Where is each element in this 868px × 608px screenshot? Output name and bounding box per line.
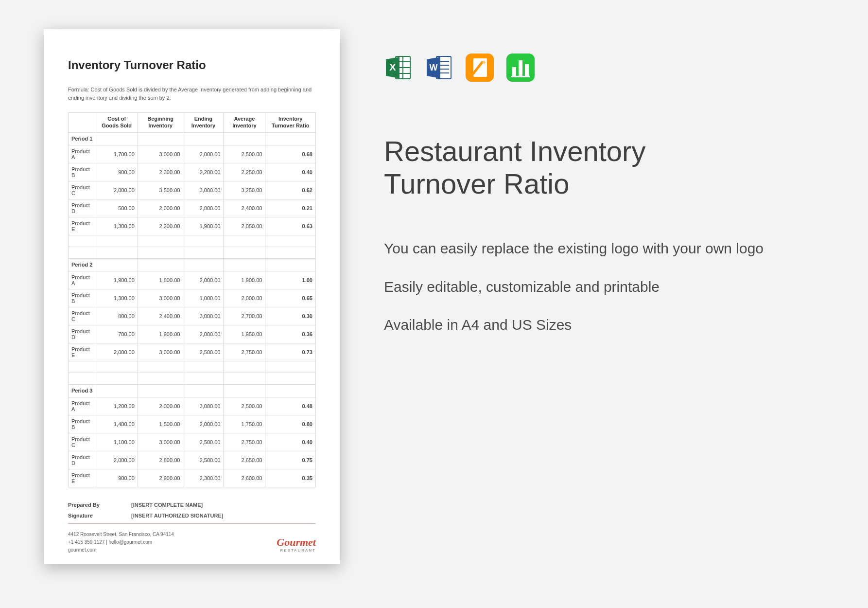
svg-rect-13 xyxy=(473,58,487,77)
period-row: Period 3 xyxy=(69,384,316,397)
cell-ratio: 0.40 xyxy=(265,433,316,451)
word-icon[interactable]: W xyxy=(425,54,453,82)
feature-item: Easily editable, customizable and printa… xyxy=(384,277,815,297)
cell-cogs: 700.00 xyxy=(96,325,138,343)
cell-ratio: 0.21 xyxy=(265,199,316,217)
cell-product: Product E xyxy=(69,343,96,361)
cell-average: 2,050.00 xyxy=(224,217,265,235)
prepared-by-label: Prepared By xyxy=(68,502,131,508)
col-cogs: Cost of Goods Sold xyxy=(96,113,138,133)
footer-contact-line: +1 415 359 1127 | hello@gourmet.com xyxy=(68,538,174,546)
table-row: Product B1,400.001,500.002,000.001,750.0… xyxy=(69,415,316,433)
cell-product: Product C xyxy=(69,433,96,451)
cell-ratio: 0.63 xyxy=(265,217,316,235)
table-row: Product A1,200.002,000.003,000.002,500.0… xyxy=(69,397,316,415)
cell-ending: 1,900.00 xyxy=(183,217,224,235)
cell-cogs: 900.00 xyxy=(96,469,138,487)
signature-label: Signature xyxy=(68,513,131,519)
brand-logo: Gourmet RESTAURANT xyxy=(277,537,316,554)
cell-ending: 2,200.00 xyxy=(183,163,224,181)
table-row: Product C800.002,400.003,000.002,700.000… xyxy=(69,307,316,325)
cell-ratio: 1.00 xyxy=(265,271,316,289)
cell-ending: 3,000.00 xyxy=(183,397,224,415)
brand-sub: RESTAURANT xyxy=(277,548,316,554)
cell-ratio: 0.36 xyxy=(265,325,316,343)
numbers-icon[interactable] xyxy=(506,54,535,82)
cell-beginning: 3,000.00 xyxy=(138,289,183,307)
cell-ratio: 0.62 xyxy=(265,181,316,199)
cell-product: Product C xyxy=(69,307,96,325)
cell-ratio: 0.80 xyxy=(265,415,316,433)
cell-ending: 2,300.00 xyxy=(183,469,224,487)
blank-row xyxy=(69,235,316,247)
cell-ending: 2,000.00 xyxy=(183,415,224,433)
period-label: Period 1 xyxy=(69,132,96,145)
cell-product: Product D xyxy=(69,199,96,217)
footer-address: 4412 Roosevelt Street, San Francisco, CA… xyxy=(68,531,174,538)
cell-average: 1,750.00 xyxy=(224,415,265,433)
cell-product: Product A xyxy=(69,145,96,163)
cell-ratio: 0.40 xyxy=(265,163,316,181)
cell-beginning: 2,000.00 xyxy=(138,199,183,217)
svg-rect-15 xyxy=(512,67,516,76)
cell-ratio: 0.35 xyxy=(265,469,316,487)
cell-ending: 2,000.00 xyxy=(183,145,224,163)
svg-rect-17 xyxy=(525,64,529,76)
panel-title-line2: Turnover Ratio xyxy=(384,168,569,199)
table-row: Product B900.002,300.002,200.002,250.000… xyxy=(69,163,316,181)
cell-ending: 3,000.00 xyxy=(183,181,224,199)
svg-text:W: W xyxy=(430,63,438,72)
cell-cogs: 900.00 xyxy=(96,163,138,181)
svg-text:X: X xyxy=(389,62,396,72)
prepared-by-value: [INSERT COMPLETE NAME] xyxy=(131,502,203,508)
cell-product: Product D xyxy=(69,451,96,469)
cell-cogs: 800.00 xyxy=(96,307,138,325)
cell-product: Product C xyxy=(69,181,96,199)
cell-beginning: 1,500.00 xyxy=(138,415,183,433)
cell-average: 2,000.00 xyxy=(224,289,265,307)
period-row: Period 1 xyxy=(69,132,316,145)
footer-site: gourmet.com xyxy=(68,546,174,554)
table-header-row: Cost of Goods Sold Beginning Inventory E… xyxy=(69,113,316,133)
col-blank xyxy=(69,113,96,133)
cell-beginning: 2,200.00 xyxy=(138,217,183,235)
info-panel: X W xyxy=(384,29,815,579)
cell-cogs: 2,000.00 xyxy=(96,181,138,199)
cell-average: 2,500.00 xyxy=(224,145,265,163)
cell-average: 2,750.00 xyxy=(224,433,265,451)
feature-item: You can easily replace the existing logo… xyxy=(384,239,815,259)
cell-average: 2,750.00 xyxy=(224,343,265,361)
cell-ending: 1,000.00 xyxy=(183,289,224,307)
period-label: Period 3 xyxy=(69,384,96,397)
cell-average: 2,250.00 xyxy=(224,163,265,181)
cell-beginning: 3,000.00 xyxy=(138,433,183,451)
cell-beginning: 3,000.00 xyxy=(138,145,183,163)
cell-cogs: 2,000.00 xyxy=(96,343,138,361)
table-row: Product A1,700.003,000.002,000.002,500.0… xyxy=(69,145,316,163)
cell-ending: 2,000.00 xyxy=(183,271,224,289)
cell-ratio: 0.65 xyxy=(265,289,316,307)
cell-product: Product E xyxy=(69,217,96,235)
excel-icon[interactable]: X xyxy=(384,54,412,82)
cell-beginning: 2,800.00 xyxy=(138,451,183,469)
period-label: Period 2 xyxy=(69,258,96,271)
cell-average: 3,250.00 xyxy=(224,181,265,199)
cell-product: Product B xyxy=(69,289,96,307)
pages-icon[interactable] xyxy=(466,54,494,82)
cell-cogs: 1,300.00 xyxy=(96,217,138,235)
svg-rect-18 xyxy=(511,76,530,77)
cell-ending: 3,000.00 xyxy=(183,307,224,325)
feature-list: You can easily replace the existing logo… xyxy=(384,239,815,335)
inventory-table: Cost of Goods Sold Beginning Inventory E… xyxy=(68,112,316,487)
col-beginning: Beginning Inventory xyxy=(138,113,183,133)
svg-rect-16 xyxy=(519,60,522,76)
panel-title: Restaurant Inventory Turnover Ratio xyxy=(384,135,815,200)
cell-ending: 2,500.00 xyxy=(183,451,224,469)
cell-ending: 2,000.00 xyxy=(183,325,224,343)
table-row: Product D2,000.002,800.002,500.002,650.0… xyxy=(69,451,316,469)
cell-beginning: 1,900.00 xyxy=(138,325,183,343)
feature-item: Available in A4 and US Sizes xyxy=(384,315,815,335)
cell-product: Product A xyxy=(69,271,96,289)
panel-title-line1: Restaurant Inventory xyxy=(384,135,645,167)
cell-cogs: 1,400.00 xyxy=(96,415,138,433)
